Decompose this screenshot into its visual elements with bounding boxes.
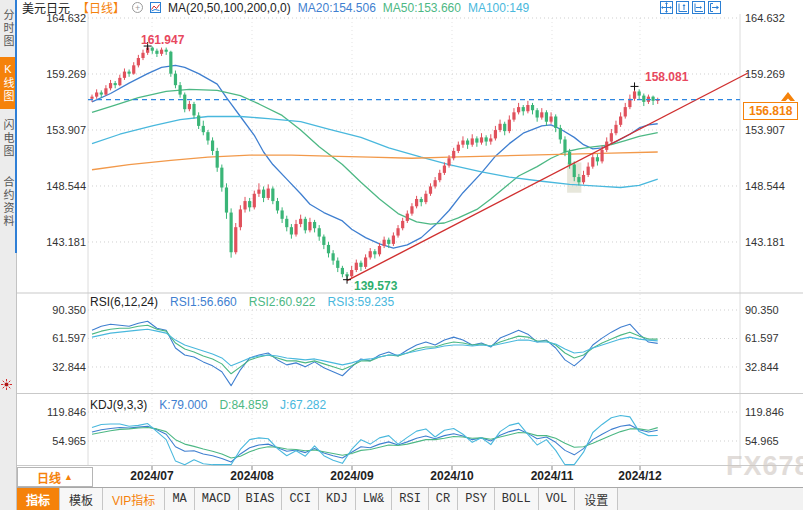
toolbar-tab-MACD[interactable]: MACD (195, 488, 239, 510)
sidebar-scroll-indicator[interactable] (15, 0, 17, 253)
toolbar-tab-模板[interactable]: 模板 (60, 488, 103, 510)
trading-app: 分时图K线图闪电图合约资料 美元日元 【日线】 + MA(20,50,100,2… (0, 0, 803, 510)
toolbar-tab-VIP指标[interactable]: VIP指标 (103, 488, 165, 510)
price-axis-label: 159.269 (745, 68, 785, 80)
date-axis-label: 2024/12 (608, 469, 672, 483)
swing-high-label: 161.947 (141, 33, 184, 47)
price-arrow-up-icon (780, 92, 796, 102)
ma100-value: MA100:149 (468, 1, 529, 15)
zoom-vertical-icon[interactable] (676, 1, 689, 14)
date-axis-label: 2024/11 (520, 469, 584, 483)
price-axis-label: 159.269 (30, 68, 86, 80)
rsi-axis-label: 61.597 (745, 332, 779, 344)
rsi-axis-label: 61.597 (30, 332, 86, 344)
toolbar-tab-CR[interactable]: CR (429, 488, 458, 510)
rsi2-value: RSI2:60.922 (249, 295, 316, 309)
watermark: FX678 (726, 451, 803, 482)
period-selector-button[interactable]: 日线 ▲ (17, 467, 93, 487)
date-axis-label: 2024/08 (220, 469, 284, 483)
kdj-axis-label: 119.846 (30, 406, 86, 418)
price-axis-label: 153.907 (745, 124, 785, 136)
sidebar-item-0[interactable]: 分时图 (0, 2, 15, 54)
price-axis-label: 143.181 (745, 236, 785, 248)
rsi-axis-label: 90.350 (745, 304, 779, 316)
kdj-k-value: K:79.000 (159, 398, 207, 412)
toolbar-tab-指标[interactable]: 指标 (17, 488, 60, 510)
swing-low-label: 139.573 (354, 279, 397, 293)
add-indicator-icon[interactable]: + (132, 2, 143, 13)
date-axis-label: 2024/10 (420, 469, 484, 483)
triangle-up-icon: ▲ (64, 472, 73, 482)
kdj-d-value: D:84.859 (219, 398, 268, 412)
kdj-j-value: J:67.282 (280, 398, 326, 412)
price-axis-label: 164.632 (30, 12, 86, 24)
price-axis-label: 153.907 (30, 124, 86, 136)
rsi-axis-label: 32.844 (745, 361, 779, 373)
rsi-title: RSI(6,12,24) (90, 295, 158, 309)
date-axis-label: 2024/09 (320, 469, 384, 483)
sidebar-item-1[interactable]: K线图 (0, 57, 15, 109)
price-axis-label: 148.544 (745, 180, 785, 192)
date-axis-label: 2024/07 (120, 469, 184, 483)
price-axis-label: 164.632 (745, 12, 785, 24)
toolbar-tab-BOLL[interactable]: BOLL (495, 488, 539, 510)
rsi-panel-header: RSI(6,12,24) RSI1:56.660 RSI2:60.922 RSI… (90, 295, 394, 309)
toolbar-tab-VOL[interactable]: VOL (539, 488, 576, 510)
toolbar-tab-PSY[interactable]: PSY (458, 488, 495, 510)
zoom-horizontal-icon[interactable] (692, 1, 705, 14)
kdj-panel-header: KDJ(9,3,3) K:79.000 D:84.859 J:67.282 (90, 398, 326, 412)
rsi-axis-label: 32.844 (30, 361, 86, 373)
crosshair-tool-icon[interactable] (660, 1, 673, 14)
chart-header: 美元日元 【日线】 + MA(20,50,100,200,0,0) MA20:1… (22, 0, 529, 15)
left-sidebar: 分时图K线图闪电图合约资料 (0, 0, 17, 510)
kdj-axis-label: 119.846 (745, 406, 784, 418)
hot-alert-icon[interactable] (1, 379, 12, 390)
rsi3-value: RSI3:59.235 (327, 295, 394, 309)
chart-tool-icons (660, 1, 721, 14)
toolbar-tab-LW&[interactable]: LW& (356, 488, 393, 510)
price-axis-label: 148.544 (30, 180, 86, 192)
ma-settings-label: MA(20,50,100,200,0,0) (168, 1, 291, 15)
indicator-toolbar: 指标模板VIP指标MAMACDBIASCCIKDJLW&RSICRPSYBOLL… (17, 487, 803, 510)
toolbar-tab-KDJ[interactable]: KDJ (319, 488, 356, 510)
rsi1-value: RSI1:56.660 (170, 295, 237, 309)
recent-high-label: 158.081 (645, 70, 688, 84)
toolbar-tab-MA[interactable]: MA (165, 488, 194, 510)
ma20-value: MA20:154.506 (298, 1, 376, 15)
current-price-tag: 156.818 (743, 102, 798, 120)
toolbar-tab-BIAS[interactable]: BIAS (239, 488, 283, 510)
ma50-value: MA50:153.660 (383, 1, 461, 15)
kdj-axis-label: 54.965 (745, 435, 779, 447)
kdj-title: KDJ(9,3,3) (90, 398, 147, 412)
mini-chart-icon[interactable] (150, 2, 161, 13)
rsi-axis-label: 90.350 (30, 304, 86, 316)
kdj-axis-label: 54.965 (30, 435, 86, 447)
toolbar-tab-RSI[interactable]: RSI (392, 488, 429, 510)
sidebar-item-3[interactable]: 合约资料 (0, 168, 15, 236)
toolbar-tab-CCI[interactable]: CCI (282, 488, 319, 510)
period-selector-label: 日线 (37, 469, 61, 486)
sidebar-item-2[interactable]: 闪电图 (0, 112, 15, 164)
toolbar-tab-设置[interactable]: 设置 (575, 488, 618, 510)
pan-right-icon[interactable] (708, 1, 721, 14)
price-axis-label: 143.181 (30, 236, 86, 248)
